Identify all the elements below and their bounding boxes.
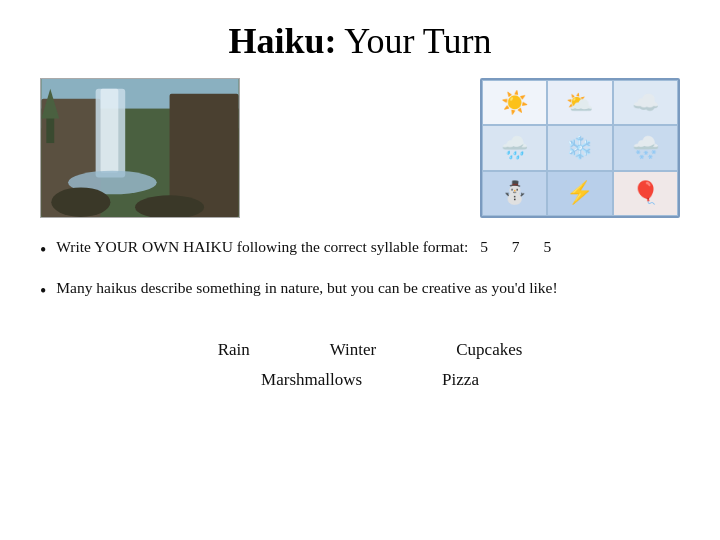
bullet-item-2: • Many haikus describe something in natu…	[40, 277, 680, 304]
weather-cell-9: 🎈	[613, 171, 678, 216]
syllable-numbers: 5 7 5	[480, 238, 561, 255]
word-marshmallows: Marshmallows	[261, 370, 362, 390]
words-row-1: Rain Winter Cupcakes	[60, 340, 680, 360]
bullet-dot-2: •	[40, 279, 46, 304]
bullet-item-1: • Write YOUR OWN HAIKU following the cor…	[40, 236, 680, 263]
waterfall-image	[40, 78, 240, 218]
title-haiku: Haiku:	[228, 21, 336, 61]
word-winter: Winter	[330, 340, 377, 360]
weather-cell-8: ⚡	[547, 171, 612, 216]
words-row-2: Marshmallows Pizza	[60, 370, 680, 390]
weather-cell-4: 🌧️	[482, 125, 547, 170]
bullet-text-1: Write YOUR OWN HAIKU following the corre…	[56, 236, 561, 258]
weather-cell-6: 🌨️	[613, 125, 678, 170]
bullet-section: • Write YOUR OWN HAIKU following the cor…	[40, 236, 680, 318]
bullet-dot-1: •	[40, 238, 46, 263]
bullet-text-2: Many haikus describe something in nature…	[56, 277, 557, 299]
weather-cell-7: ⛄	[482, 171, 547, 216]
images-row: ☀️ ⛅ ☁️ 🌧️ ❄️ 🌨️ ⛄ ⚡ 🎈	[40, 78, 680, 218]
weather-grid: ☀️ ⛅ ☁️ 🌧️ ❄️ 🌨️ ⛄ ⚡ 🎈	[480, 78, 680, 218]
weather-cell-2: ⛅	[547, 80, 612, 125]
svg-rect-5	[101, 89, 119, 173]
words-section: Rain Winter Cupcakes Marshmallows Pizza	[40, 340, 680, 400]
word-rain: Rain	[218, 340, 250, 360]
page: Haiku: Your Turn	[0, 0, 720, 540]
weather-cell-1: ☀️	[482, 80, 547, 125]
word-cupcakes: Cupcakes	[456, 340, 522, 360]
title-your-turn: Your Turn	[336, 21, 491, 61]
weather-cell-3: ☁️	[613, 80, 678, 125]
page-title: Haiku: Your Turn	[40, 20, 680, 62]
weather-cell-5: ❄️	[547, 125, 612, 170]
word-pizza: Pizza	[442, 370, 479, 390]
svg-point-9	[51, 187, 110, 217]
